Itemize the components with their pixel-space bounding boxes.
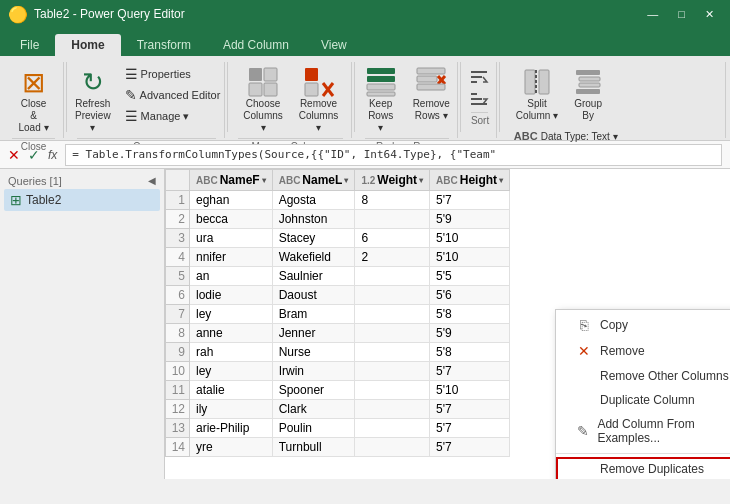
ribbon-tab-bar: File Home Transform Add Column View <box>0 28 730 56</box>
data-type-button[interactable]: ABC Data Type: Text ▾ <box>510 128 650 144</box>
ctx-remove[interactable]: ✕ Remove <box>556 338 730 364</box>
header-namel[interactable]: ABC NameL ▾ <box>272 170 355 191</box>
cell-namel: Jenner <box>272 324 355 343</box>
tab-file[interactable]: File <box>4 34 55 56</box>
maximize-button[interactable]: □ <box>670 6 693 23</box>
svg-rect-24 <box>539 70 549 94</box>
weight-type-icon: 1.2 <box>361 175 375 186</box>
table-row: 5 an Saulnier 5'5 <box>166 267 510 286</box>
cell-height: 5'8 <box>430 305 510 324</box>
cell-namel: Wakefield <box>272 248 355 267</box>
remove-columns-label: RemoveColumns ▾ <box>299 98 338 134</box>
tab-add-column[interactable]: Add Column <box>207 34 305 56</box>
manage-icon: ☰ <box>125 108 138 124</box>
cell-namef: ley <box>190 362 273 381</box>
close-button[interactable]: ✕ <box>697 6 722 23</box>
table-row: 8 anne Jenner 5'9 <box>166 324 510 343</box>
close-load-button[interactable]: ⊠ Close &Load ▾ <box>12 64 56 136</box>
table-row: 13 arie-Philip Poulin 5'7 <box>166 419 510 438</box>
cell-weight <box>355 438 430 457</box>
header-height[interactable]: ABC Height ▾ <box>430 170 510 191</box>
remove-rows-button[interactable]: RemoveRows ▾ <box>407 64 456 124</box>
formula-cancel-button[interactable]: ✕ <box>8 147 20 163</box>
formula-input[interactable] <box>65 144 722 166</box>
formula-confirm-button[interactable]: ✓ <box>28 147 40 163</box>
ctx-copy-label: Copy <box>600 318 628 332</box>
group-by-button[interactable]: GroupBy <box>566 64 610 124</box>
cell-namef: lodie <box>190 286 273 305</box>
cell-height: 5'5 <box>430 267 510 286</box>
ctx-remove-other-cols[interactable]: Remove Other Columns <box>556 364 730 388</box>
window-title: Table2 - Power Query Editor <box>34 7 185 21</box>
remove-rows-label: RemoveRows ▾ <box>413 98 450 122</box>
svg-rect-16 <box>417 84 445 90</box>
cell-height: 5'7 <box>430 191 510 210</box>
cell-weight <box>355 324 430 343</box>
svg-rect-9 <box>367 76 395 82</box>
cell-namef: yre <box>190 438 273 457</box>
panel-collapse-button[interactable]: ◀ <box>148 175 156 187</box>
close-load-label: Close &Load ▾ <box>18 98 50 134</box>
cell-height: 5'10 <box>430 229 510 248</box>
namef-dropdown[interactable]: ▾ <box>262 176 266 185</box>
table-row: 7 ley Bram 5'8 <box>166 305 510 324</box>
manage-button[interactable]: ☰ Manage ▾ <box>121 106 225 126</box>
cell-height: 5'7 <box>430 438 510 457</box>
table-row: 9 rah Nurse 5'8 <box>166 343 510 362</box>
svg-rect-26 <box>576 70 600 75</box>
ribbon-group-query: ↻ RefreshPreview ▾ ☰ Properties ✎ Advanc… <box>69 62 226 138</box>
query-item-table2[interactable]: ⊞ Table2 <box>4 189 160 211</box>
header-weight[interactable]: 1.2 Weight ▾ <box>355 170 430 191</box>
ctx-copy[interactable]: ⎘ Copy <box>556 312 730 338</box>
split-column-label: SplitColumn ▾ <box>516 98 558 122</box>
svg-rect-11 <box>367 92 395 96</box>
keep-rows-icon <box>365 66 397 98</box>
cell-height: 5'6 <box>430 286 510 305</box>
minimize-button[interactable]: — <box>639 6 666 23</box>
cell-rownum: 11 <box>166 381 190 400</box>
ctx-duplicate-col[interactable]: Duplicate Column <box>556 388 730 412</box>
table-row: 2 becca Johnston 5'9 <box>166 210 510 229</box>
keep-rows-button[interactable]: KeepRows ▾ <box>358 64 402 136</box>
namel-dropdown[interactable]: ▾ <box>344 176 348 185</box>
title-bar: 🟡 Table2 - Power Query Editor — □ ✕ <box>0 0 730 28</box>
ribbon-group-reduce-rows: KeepRows ▾ RemoveRows ▾ Reduce Rows <box>357 62 458 138</box>
height-dropdown[interactable]: ▾ <box>499 176 503 185</box>
table-row: 3 ura Stacey 6 5'10 <box>166 229 510 248</box>
remove-columns-icon <box>303 66 335 98</box>
context-menu: ⎘ Copy ✕ Remove Remove Other Columns Dup… <box>555 309 730 479</box>
header-namef[interactable]: ABC NameF ▾ <box>190 170 273 191</box>
cell-weight: 2 <box>355 248 430 267</box>
table-row: 11 atalie Spooner 5'10 <box>166 381 510 400</box>
split-column-button[interactable]: SplitColumn ▾ <box>510 64 564 124</box>
weight-dropdown[interactable]: ▾ <box>419 176 423 185</box>
header-namef-label: NameF <box>220 173 260 187</box>
remove-columns-button[interactable]: RemoveColumns ▾ <box>293 64 344 136</box>
cell-namef: anne <box>190 324 273 343</box>
cell-namel: Daoust <box>272 286 355 305</box>
cell-weight <box>355 286 430 305</box>
refresh-preview-button[interactable]: ↻ RefreshPreview ▾ <box>69 64 117 136</box>
ctx-add-col-examples[interactable]: ✎ Add Column From Examples... <box>556 412 730 450</box>
table-row: 6 lodie Daoust 5'6 <box>166 286 510 305</box>
ctx-remove-label: Remove <box>600 344 645 358</box>
cell-height: 5'7 <box>430 362 510 381</box>
advanced-editor-button[interactable]: ✎ Advanced Editor <box>121 85 225 105</box>
ribbon-divider-1 <box>66 62 67 132</box>
cell-rownum: 13 <box>166 419 190 438</box>
tab-home[interactable]: Home <box>55 34 120 56</box>
remove-rows-icon <box>415 66 447 98</box>
cell-height: 5'9 <box>430 324 510 343</box>
cell-namel: Bram <box>272 305 355 324</box>
tab-view[interactable]: View <box>305 34 363 56</box>
cell-rownum: 2 <box>166 210 190 229</box>
ctx-sep-1 <box>556 453 730 454</box>
choose-columns-button[interactable]: ChooseColumns ▾ <box>237 64 288 136</box>
ctx-add-col-label: Add Column From Examples... <box>597 417 730 445</box>
ctx-remove-duplicates[interactable]: Remove Duplicates <box>556 457 730 479</box>
svg-rect-3 <box>264 83 277 96</box>
query-small-buttons: ☰ Properties ✎ Advanced Editor ☰ Manage … <box>121 64 225 126</box>
tab-transform[interactable]: Transform <box>121 34 207 56</box>
ctx-remove-other-label: Remove Other Columns <box>600 369 729 383</box>
properties-button[interactable]: ☰ Properties <box>121 64 225 84</box>
